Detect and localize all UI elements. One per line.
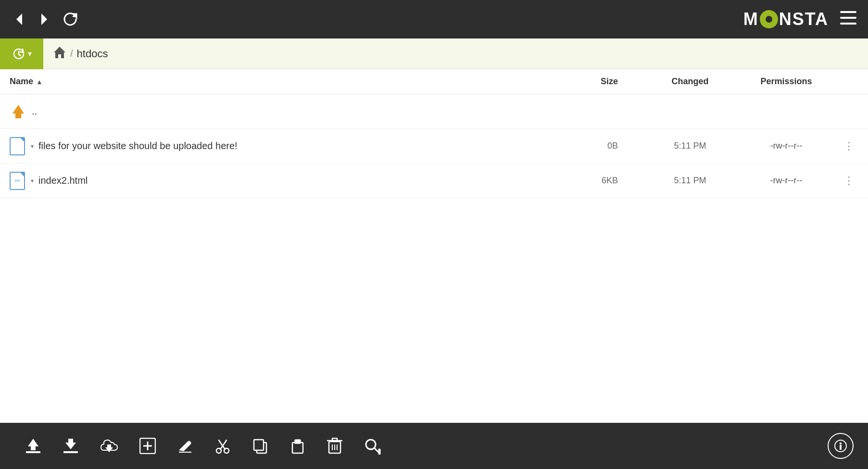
col-changed-header[interactable]: Changed — [647, 76, 733, 87]
forward-button[interactable] — [37, 12, 52, 27]
history-dropdown-arrow: ▾ — [28, 49, 32, 58]
svg-marker-11 — [28, 439, 38, 450]
cut-button[interactable] — [204, 431, 241, 460]
svg-line-22 — [223, 446, 225, 449]
svg-rect-3 — [840, 11, 856, 13]
edit-button[interactable] — [166, 431, 204, 460]
svg-rect-12 — [63, 451, 78, 453]
file-size-cell: 6KB — [589, 176, 647, 186]
svg-rect-5 — [840, 23, 856, 25]
new-folder-button[interactable] — [129, 431, 166, 460]
file-name-label: index2.html — [38, 175, 88, 186]
svg-rect-26 — [254, 440, 264, 450]
svg-rect-27 — [292, 443, 303, 453]
breadcrumb-home[interactable] — [53, 46, 66, 62]
cloud-download-button[interactable] — [89, 431, 129, 460]
breadcrumb-nav: / htdocs — [43, 46, 117, 62]
logo: M NSTA — [743, 9, 829, 29]
svg-line-7 — [19, 54, 21, 56]
file-changed-cell: 5:11 PM — [647, 176, 733, 186]
html-file-icon: </> — [10, 172, 25, 190]
svg-marker-0 — [16, 13, 22, 25]
logo-o — [760, 10, 778, 28]
svg-line-23 — [219, 440, 223, 446]
download-local-button[interactable] — [52, 431, 89, 460]
hamburger-button[interactable] — [840, 11, 856, 28]
info-button[interactable] — [828, 433, 854, 459]
svg-line-24 — [223, 440, 226, 446]
breadcrumb-separator: / — [70, 48, 73, 59]
sort-arrow: ▲ — [36, 78, 43, 86]
parent-dir-label: .. — [32, 106, 37, 117]
refresh-button[interactable] — [62, 11, 79, 28]
logo-suffix: NSTA — [779, 9, 829, 29]
delete-button[interactable] — [316, 431, 353, 460]
file-permissions-cell: -rw-r--r-- — [733, 141, 839, 151]
svg-rect-28 — [295, 440, 301, 444]
file-name-cell: ▾ files for your website should be uploa… — [10, 137, 589, 155]
svg-rect-10 — [26, 451, 40, 453]
search-button[interactable] — [353, 431, 391, 460]
upload-button[interactable] — [14, 431, 52, 460]
file-changed-cell: 5:11 PM — [647, 141, 733, 151]
file-name-label: files for your website should be uploade… — [38, 140, 238, 152]
logo-m: M — [743, 9, 759, 29]
file-menu-button[interactable]: ⋮ — [839, 140, 858, 152]
breadcrumb-folder[interactable]: htdocs — [77, 48, 108, 60]
text-file-icon — [10, 137, 25, 155]
file-name-cell: </> ▾ index2.html — [10, 172, 589, 190]
file-list-area: .. ▾ files for your website should be up… — [0, 94, 868, 423]
top-bar: M NSTA — [0, 0, 868, 38]
nav-buttons — [12, 11, 79, 28]
col-name-header[interactable]: Name ▲ — [10, 76, 589, 87]
table-row[interactable]: </> ▾ index2.html 6KB 5:11 PM -rw-r--r--… — [0, 164, 868, 198]
paste-button[interactable] — [279, 431, 316, 460]
svg-rect-4 — [840, 17, 856, 19]
bottom-toolbar — [0, 423, 868, 469]
history-button[interactable]: ▾ — [0, 38, 43, 69]
svg-marker-13 — [65, 439, 76, 449]
breadcrumb-bar: ▾ / htdocs — [0, 38, 868, 69]
file-menu-button[interactable]: ⋮ — [839, 175, 858, 187]
svg-rect-41 — [840, 443, 842, 444]
col-permissions-header: Permissions — [733, 76, 839, 87]
html-icon-text: </> — [14, 178, 20, 183]
svg-marker-9 — [13, 105, 24, 118]
svg-marker-14 — [105, 444, 113, 452]
col-size-header[interactable]: Size — [589, 76, 647, 87]
parent-dir-icon — [10, 103, 27, 120]
svg-marker-8 — [54, 47, 65, 58]
file-dropdown-arrow[interactable]: ▾ — [31, 177, 34, 184]
table-row[interactable]: .. — [0, 94, 868, 129]
file-size-cell: 0B — [589, 141, 647, 151]
table-row[interactable]: ▾ files for your website should be uploa… — [0, 129, 868, 164]
file-name-cell: .. — [10, 103, 589, 120]
logo-area: M NSTA — [743, 9, 856, 29]
copy-button[interactable] — [241, 431, 279, 460]
svg-rect-32 — [332, 438, 337, 441]
file-list-header: Name ▲ Size Changed Permissions — [0, 69, 868, 94]
back-button[interactable] — [12, 12, 27, 27]
file-permissions-cell: -rw-r--r-- — [733, 176, 839, 186]
svg-marker-1 — [41, 13, 47, 25]
svg-rect-40 — [840, 445, 842, 450]
file-dropdown-arrow[interactable]: ▾ — [31, 143, 34, 150]
